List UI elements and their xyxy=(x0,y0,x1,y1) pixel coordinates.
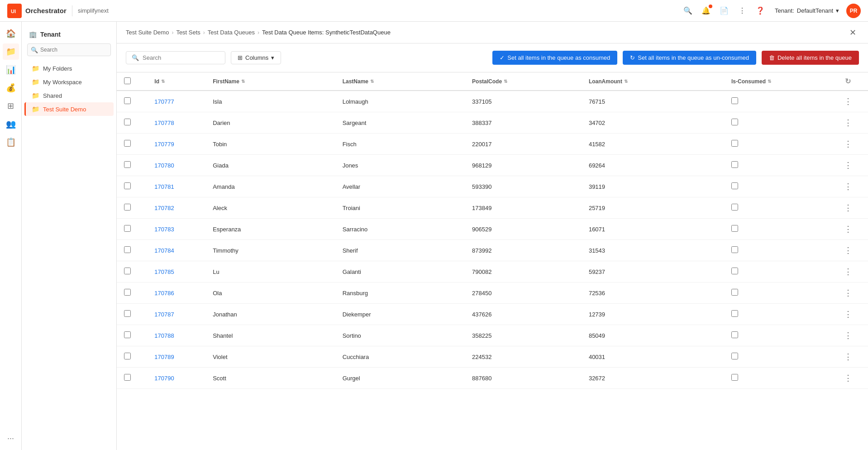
row-id-link[interactable]: 170777 xyxy=(154,98,174,105)
th-firstname[interactable]: FirstName ⇅ xyxy=(205,72,335,91)
help-button[interactable]: ❓ xyxy=(753,4,768,18)
row-consumed-checkbox-170779[interactable] xyxy=(731,140,738,147)
row-id-link[interactable]: 170778 xyxy=(154,120,174,126)
th-postalcode[interactable]: PostalCode ⇅ xyxy=(465,72,582,91)
select-all-checkbox[interactable] xyxy=(124,77,131,84)
row-checkbox-170780[interactable] xyxy=(124,161,131,168)
row-consumed-checkbox-170783[interactable] xyxy=(731,225,738,232)
row-checkbox-170783[interactable] xyxy=(124,225,131,232)
row-checkbox-170778[interactable] xyxy=(124,119,131,125)
row-actions-button[interactable]: ⋮ xyxy=(841,202,855,214)
sidebar-item-my-workspace[interactable]: 📁 My Workspace xyxy=(24,75,114,89)
row-consumed-checkbox-170780[interactable] xyxy=(731,161,738,168)
row-checkbox-170789[interactable] xyxy=(124,353,131,359)
set-consumed-button[interactable]: ✓ Set all items in the queue as consumed xyxy=(492,51,617,65)
columns-button[interactable]: ⊞ Columns ▾ xyxy=(231,51,281,64)
breadcrumb-test-sets[interactable]: Test Sets xyxy=(176,29,200,36)
row-checkbox-170781[interactable] xyxy=(124,182,131,189)
row-checkbox-170777[interactable] xyxy=(124,97,131,104)
row-actions-button[interactable]: ⋮ xyxy=(841,287,855,299)
row-consumed-checkbox-170785[interactable] xyxy=(731,268,738,274)
row-id-link[interactable]: 170785 xyxy=(154,268,174,275)
set-unconsumed-button[interactable]: ↻ Set all items in the queue as un-consu… xyxy=(623,51,756,65)
th-id-label: Id xyxy=(154,78,159,85)
nav-folders[interactable]: 📁 xyxy=(3,43,19,60)
th-is-consumed[interactable]: Is-Consumed ⇅ xyxy=(724,72,828,91)
sidebar-item-test-suite-demo[interactable]: 📁 Test Suite Demo xyxy=(24,102,114,116)
row-consumed-checkbox-170781[interactable] xyxy=(731,182,738,189)
row-actions-button[interactable]: ⋮ xyxy=(841,117,855,129)
row-consumed-checkbox-170777[interactable] xyxy=(731,97,738,104)
nav-apps[interactable]: ⊞ xyxy=(3,98,19,114)
nav-logs[interactable]: 📋 xyxy=(3,134,19,150)
sidebar-search-input[interactable] xyxy=(27,43,111,56)
th-lastname[interactable]: LastName ⇅ xyxy=(335,72,465,91)
row-actions-button[interactable]: ⋮ xyxy=(841,330,855,341)
row-checkbox-170788[interactable] xyxy=(124,331,131,338)
row-actions-button[interactable]: ⋮ xyxy=(841,351,855,363)
breadcrumb-test-data-queues[interactable]: Test Data Queues xyxy=(208,29,255,36)
partner-name: simplifynext xyxy=(78,7,109,14)
chevron-down-icon: ▾ xyxy=(836,7,839,14)
table-refresh-icon[interactable]: ↻ xyxy=(845,77,851,85)
row-id: 170778 xyxy=(147,112,205,134)
row-consumed-checkbox-170787[interactable] xyxy=(731,310,738,317)
row-consumed-checkbox-170789[interactable] xyxy=(731,353,738,359)
table-row: 170785 Lu Galanti 790082 59237 ⋮ xyxy=(117,261,868,282)
row-id-link[interactable]: 170790 xyxy=(154,375,174,382)
nav-users[interactable]: 👥 xyxy=(3,116,19,132)
notifications-button[interactable]: 🔔 xyxy=(699,4,713,18)
th-id[interactable]: Id ⇅ xyxy=(147,72,205,91)
nav-transactions[interactable]: 💰 xyxy=(3,80,19,96)
row-actions-button[interactable]: ⋮ xyxy=(841,223,855,235)
row-id-link[interactable]: 170784 xyxy=(154,247,174,254)
row-actions-button[interactable]: ⋮ xyxy=(841,96,855,107)
row-actions-button[interactable]: ⋮ xyxy=(841,308,855,320)
row-consumed-checkbox-170782[interactable] xyxy=(731,204,738,211)
row-id-link[interactable]: 170787 xyxy=(154,311,174,318)
row-consumed-checkbox-170784[interactable] xyxy=(731,246,738,253)
sidebar-item-label: Test Suite Demo xyxy=(43,106,86,113)
sidebar-item-my-folders[interactable]: 📁 My Folders xyxy=(24,62,114,75)
row-checkbox-170790[interactable] xyxy=(124,374,131,381)
avatar[interactable]: PR xyxy=(846,4,861,18)
row-checkbox-170785[interactable] xyxy=(124,268,131,274)
tenant-selector[interactable]: Tenant: DefaultTenant ▾ xyxy=(771,5,843,16)
row-id-link[interactable]: 170783 xyxy=(154,226,174,233)
row-checkbox-170782[interactable] xyxy=(124,204,131,211)
row-checkbox-170779[interactable] xyxy=(124,140,131,147)
row-id-link[interactable]: 170780 xyxy=(154,162,174,169)
delete-all-button[interactable]: 🗑 Delete all items in the queue xyxy=(762,51,859,65)
row-actions-button[interactable]: ⋮ xyxy=(841,372,855,384)
row-id-link[interactable]: 170781 xyxy=(154,183,174,190)
more-options-button[interactable]: ⋮ xyxy=(735,4,749,18)
row-id-link[interactable]: 170789 xyxy=(154,354,174,360)
nav-analytics[interactable]: 📊 xyxy=(3,62,19,78)
row-actions-button[interactable]: ⋮ xyxy=(841,138,855,150)
close-button[interactable]: ✕ xyxy=(846,26,859,39)
row-actions-button[interactable]: ⋮ xyxy=(841,244,855,256)
row-consumed-checkbox-170786[interactable] xyxy=(731,289,738,296)
row-consumed-checkbox-170790[interactable] xyxy=(731,374,738,381)
row-consumed-checkbox-170778[interactable] xyxy=(731,119,738,125)
search-button[interactable]: 🔍 xyxy=(681,4,695,18)
row-id-link[interactable]: 170786 xyxy=(154,290,174,297)
th-loanamount[interactable]: LoanAmount ⇅ xyxy=(582,72,724,91)
row-id-link[interactable]: 170782 xyxy=(154,205,174,211)
nav-home[interactable]: 🏠 xyxy=(3,25,19,42)
search-input[interactable] xyxy=(143,54,219,61)
sidebar-item-shared[interactable]: 📁 Shared xyxy=(24,89,114,102)
row-id-link[interactable]: 170788 xyxy=(154,332,174,339)
documents-button[interactable]: 📄 xyxy=(717,4,731,18)
row-checkbox-170784[interactable] xyxy=(124,246,131,253)
row-checkbox-170786[interactable] xyxy=(124,289,131,296)
row-actions-button[interactable]: ⋮ xyxy=(841,266,855,278)
row-checkbox-170787[interactable] xyxy=(124,310,131,317)
row-consumed-checkbox-170788[interactable] xyxy=(731,331,738,338)
row-postalcode: 388337 xyxy=(465,112,582,134)
row-id-link[interactable]: 170779 xyxy=(154,141,174,148)
row-actions-button[interactable]: ⋮ xyxy=(841,159,855,171)
nav-more[interactable]: ··· xyxy=(3,430,19,446)
breadcrumb-test-suite-demo[interactable]: Test Suite Demo xyxy=(126,29,169,36)
row-actions-button[interactable]: ⋮ xyxy=(841,181,855,192)
